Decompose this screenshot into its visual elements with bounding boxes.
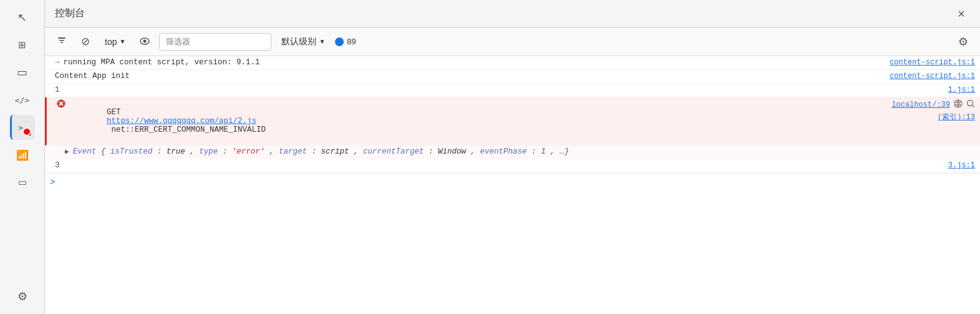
error-source-secondary-link[interactable]: (索引):13 [938,112,975,122]
code-icon: </> [15,96,29,105]
log-source-link[interactable]: content-script.js:1 [890,72,975,81]
window-icon: ▭ [17,66,27,79]
storage-icon: ▭ [18,177,27,188]
count-dot-icon [335,37,344,46]
network-request-icon[interactable] [954,99,963,110]
level-dropdown-icon: ▼ [319,38,325,45]
panel-title: 控制台 [55,7,85,20]
main-panel: 控制台 × ⊘ top ▼ [45,0,980,314]
log-source-link[interactable]: 1.js:1 [948,86,975,94]
gear-icon: ⚙ [958,35,968,49]
context-selector[interactable]: top ▼ [100,33,130,51]
log-row: 1 1.js:1 [45,84,980,97]
source-with-icons: localhost/:39 [881,99,975,110]
layers-icon: ⊞ [18,39,26,51]
log-source-link[interactable]: content-script.js:1 [890,58,975,67]
svg-point-8 [954,100,962,107]
svg-line-12 [973,105,974,107]
block-button[interactable]: ⊘ [76,33,95,51]
svg-rect-1 [59,40,64,41]
settings-bottom-icon: ⚙ [17,290,27,303]
context-label: top [105,37,117,47]
log-message: 1 [55,86,938,94]
console-settings-button[interactable]: ⚙ [954,33,973,51]
sidebar-icon-wifi[interactable]: 📶 [10,142,35,167]
log-row: → running MPA content script, version: 9… [45,56,980,70]
error-message: GET https://www.qqqqqqq.com/api/2.js net… [69,99,871,143]
level-label: 默认级别 [281,36,316,47]
console-icon: >_ [18,123,28,132]
filter-input[interactable] [159,33,271,51]
error-indicator [26,131,32,137]
title-bar: 控制台 × [45,0,980,27]
wifi-icon: 📶 [16,149,29,161]
log-row: 3 3.js:1 [45,159,980,173]
sidebar-icon-cursor[interactable]: ↖ [10,5,35,30]
svg-rect-0 [58,37,65,39]
log-source-link[interactable]: 3.js:1 [948,161,975,170]
svg-rect-2 [61,42,63,43]
block-icon: ⊘ [81,35,90,48]
error-source-primary-link[interactable]: localhost/:39 [891,101,950,109]
log-row: Content App init content-script.js:1 [45,70,980,84]
sidebar: ↖ ⊞ ▭ </> >_ 📶 ▭ ⚙ [0,0,45,314]
eye-button[interactable] [135,33,154,51]
clear-icon [57,36,67,48]
cursor-icon: ↖ [17,11,27,24]
toolbar: ⊘ top ▼ 默认级别 ▼ 89 ⚙ [45,27,980,56]
eye-icon [140,36,150,47]
log-message: Content App init [55,72,880,81]
message-count: 89 [335,37,356,46]
event-text: Event { isTrusted : true , type : 'error… [73,147,570,156]
log-level-selector[interactable]: 默认级别 ▼ [276,33,330,51]
error-log-row: GET https://www.qqqqqqq.com/api/2.js net… [45,97,980,145]
console-content[interactable]: → running MPA content script, version: 9… [45,56,980,314]
search-icon[interactable] [966,99,975,110]
count-number: 89 [347,37,356,46]
close-button[interactable]: × [953,5,970,22]
sidebar-icon-code[interactable]: </> [10,87,35,112]
sidebar-icon-settings[interactable]: ⚙ [10,284,35,309]
sidebar-icon-layers[interactable]: ⊞ [10,32,35,57]
clear-console-button[interactable] [52,33,71,51]
sidebar-icon-window[interactable]: ▭ [10,60,35,85]
event-keyword: Event [73,147,97,156]
sidebar-icon-console[interactable]: >_ [10,115,35,140]
error-source-area: localhost/:39 [881,99,975,122]
error-url-link[interactable]: https://www.qqqqqqq.com/api/2.js [107,117,256,125]
error-text-prefix: GET [107,108,125,117]
error-circle-icon [57,99,65,108]
prompt-chevron-icon[interactable]: > [50,177,55,187]
dropdown-arrow-icon: ▼ [119,38,125,45]
event-row: ▶ Event { isTrusted : true , type : 'err… [45,145,980,159]
console-input-row: > [45,173,980,190]
expand-triangle-icon[interactable]: ▶ [65,147,69,155]
log-message: running MPA content script, version: 9.1… [64,58,880,67]
sidebar-icon-storage[interactable]: ▭ [10,170,35,195]
svg-point-4 [143,40,147,43]
log-prefix: → [55,58,60,67]
error-text-suffix: net::ERR_CERT_COMMON_NAME_INVALID [107,125,266,134]
log-message: 3 [55,161,938,170]
